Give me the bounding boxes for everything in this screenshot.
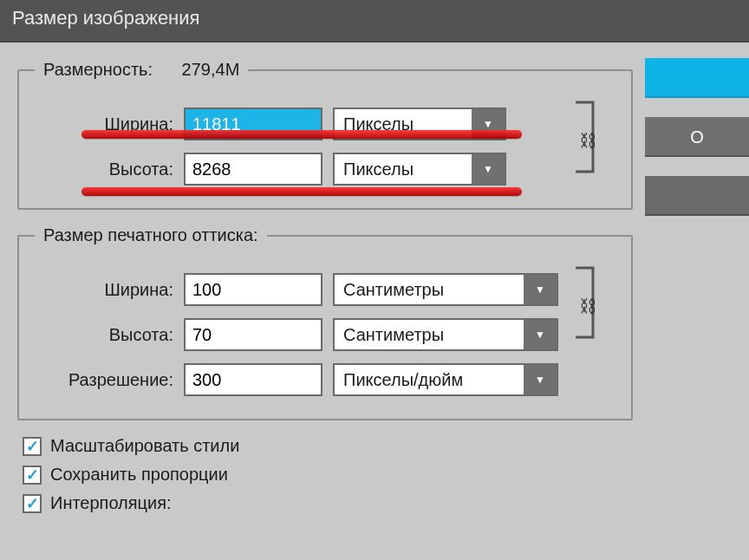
print-res-input[interactable] xyxy=(184,363,322,396)
print-legend: Размер печатного оттиска: xyxy=(35,225,267,245)
print-height-input[interactable] xyxy=(184,318,322,351)
ok-button[interactable] xyxy=(645,58,749,98)
dim-height-label: Высота: xyxy=(35,160,173,179)
print-height-unit-text: Сантиметры xyxy=(335,320,524,349)
print-width-unit-text: Сантиметры xyxy=(335,275,524,304)
dim-height-input[interactable] xyxy=(184,153,322,186)
constrain-row[interactable]: Сохранить пропорции xyxy=(23,465,732,485)
annotation-redline xyxy=(81,187,522,196)
dimensions-size-value: 279,4M xyxy=(182,60,240,79)
interpolation-checkbox[interactable] xyxy=(23,494,42,513)
interpolation-label: Интерполяция: xyxy=(50,493,172,513)
print-width-row: Ширина: Сантиметры ▼ xyxy=(35,273,615,306)
print-width-unit-dropdown[interactable]: Сантиметры ▼ xyxy=(333,273,558,306)
dimensions-legend-label: Размерность: xyxy=(43,60,153,79)
auto-button[interactable] xyxy=(645,176,749,216)
dimensions-legend: Размерность: 279,4M xyxy=(35,60,248,80)
constrain-label: Сохранить пропорции xyxy=(50,465,228,485)
interpolation-row[interactable]: Интерполяция: xyxy=(23,493,732,513)
annotation-redline xyxy=(81,130,522,139)
chevron-down-icon[interactable]: ▼ xyxy=(524,320,557,349)
print-res-unit-dropdown[interactable]: Пикселы/дюйм ▼ xyxy=(333,363,558,396)
dim-height-unit-dropdown[interactable]: Пикселы ▼ xyxy=(333,153,506,186)
print-res-row: Разрешение: Пикселы/дюйм ▼ xyxy=(35,363,615,396)
constrain-checkbox[interactable] xyxy=(23,466,42,485)
dialog-body: О Размерность: 279,4M Ширина: Пикселы ▼ … xyxy=(0,42,749,560)
link-icon[interactable]: ⛓ xyxy=(576,128,600,153)
dialog-title: Размер изображения xyxy=(0,0,749,42)
print-res-label: Разрешение: xyxy=(35,370,173,390)
chevron-down-icon[interactable]: ▼ xyxy=(524,275,557,304)
print-width-label: Ширина: xyxy=(35,280,173,300)
cancel-button[interactable]: О xyxy=(645,117,749,157)
button-strip: О xyxy=(645,58,749,216)
chevron-down-icon[interactable]: ▼ xyxy=(472,154,505,184)
dim-height-unit-text: Пикселы xyxy=(335,154,472,184)
print-width-input[interactable] xyxy=(184,273,322,306)
scale-styles-checkbox[interactable] xyxy=(23,437,42,456)
link-icon[interactable]: ⛓ xyxy=(576,294,600,318)
print-height-unit-dropdown[interactable]: Сантиметры ▼ xyxy=(333,318,558,351)
print-res-unit-text: Пикселы/дюйм xyxy=(335,365,524,394)
scale-styles-label: Масштабировать стили xyxy=(50,436,239,456)
print-height-row: Высота: Сантиметры ▼ xyxy=(35,318,615,351)
dimensions-group: Размерность: 279,4M Ширина: Пикселы ▼ Вы… xyxy=(17,60,633,210)
dim-height-row: Высота: Пикселы ▼ xyxy=(35,153,615,186)
print-size-group: Размер печатного оттиска: Ширина: Сантим… xyxy=(17,225,633,420)
options-checks: Масштабировать стили Сохранить пропорции… xyxy=(17,436,732,513)
scale-styles-row[interactable]: Масштабировать стили xyxy=(23,436,732,456)
print-height-label: Высота: xyxy=(35,325,173,345)
chevron-down-icon[interactable]: ▼ xyxy=(524,365,557,394)
